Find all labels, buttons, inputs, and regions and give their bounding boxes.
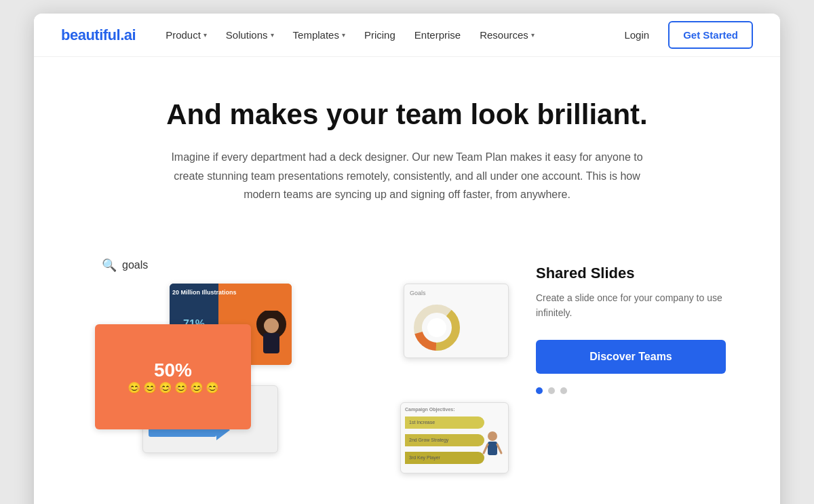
logo-text-part2: .ai [120, 26, 136, 43]
hero-section: And makes your team look brilliant. Imag… [34, 57, 780, 258]
slide-millions-label: 20 Million Illustrations [172, 289, 237, 296]
slide-card-orange: 50% 😊😊😊😊😊😊 [95, 324, 251, 429]
arrow-2: 2nd Grow Strategy [405, 434, 484, 446]
nav-label-product: Product [166, 29, 201, 41]
campaign-person [482, 429, 503, 466]
goals-legend: ■ Target ■ Actual [410, 357, 503, 358]
nav-label-resources: Resources [480, 29, 528, 41]
slides-grid: 71% 20 Million Illustrations [88, 284, 509, 487]
browser-window: beautiful.ai Product ▾ Solutions ▾ Templ… [34, 14, 780, 504]
svg-point-6 [427, 318, 446, 337]
goals-title: Goals [410, 290, 503, 296]
svg-rect-2 [263, 333, 279, 353]
search-query: goals [122, 259, 148, 271]
emoji-row: 😊😊😊😊😊😊 [128, 381, 219, 394]
orange-slide-content: 50% 😊😊😊😊😊😊 [128, 360, 219, 394]
dot-1[interactable] [536, 387, 543, 394]
dot-2[interactable] [548, 387, 555, 394]
nav-label-pricing: Pricing [364, 29, 395, 41]
person-illustration [251, 311, 292, 365]
chevron-down-icon: ▾ [342, 31, 345, 39]
nav-label-solutions: Solutions [226, 29, 268, 41]
nav-item-product[interactable]: Product ▾ [157, 24, 215, 46]
slide-label-text: 20 Million Illustrations [172, 289, 237, 296]
hero-heading: And makes your team look brilliant. [88, 98, 726, 132]
slide-card-campaign: Campaign Objectives: 1st Increase 2nd Gr… [400, 402, 509, 473]
dot-3[interactable] [560, 387, 567, 394]
nav-item-solutions[interactable]: Solutions ▾ [218, 24, 282, 46]
chevron-down-icon: ▾ [204, 31, 207, 39]
person-small-icon [482, 429, 503, 463]
search-icon: 🔍 [102, 258, 117, 273]
hero-subtext: Imagine if every department had a deck d… [170, 148, 644, 203]
slide-card-goals: Goals ■ Target ■ Actual [404, 284, 509, 358]
svg-line-9 [484, 444, 488, 453]
svg-point-1 [264, 318, 279, 333]
nav-right: Login Get Started [616, 21, 753, 49]
chevron-down-icon: ▾ [271, 31, 274, 39]
svg-point-7 [488, 431, 497, 441]
nav-item-templates[interactable]: Templates ▾ [285, 24, 353, 46]
nav-links: Product ▾ Solutions ▾ Templates ▾ Pricin… [157, 24, 616, 46]
svg-rect-8 [488, 442, 497, 455]
donut-chart [410, 301, 464, 355]
arrow-3: 3rd Key Player [405, 452, 484, 464]
nav-item-resources[interactable]: Resources ▾ [471, 24, 543, 46]
login-button[interactable]: Login [616, 24, 657, 46]
orange-stat: 50% [128, 360, 219, 381]
nav-label-enterprise: Enterprise [414, 29, 461, 41]
chevron-down-icon: ▾ [531, 31, 535, 39]
feature-title: Shared Slides [536, 265, 726, 282]
nav-item-pricing[interactable]: Pricing [356, 24, 404, 46]
navbar: beautiful.ai Product ▾ Solutions ▾ Templ… [34, 14, 780, 57]
arrow-1: 1st Increase [405, 416, 484, 429]
logo[interactable]: beautiful.ai [61, 26, 136, 44]
feature-description: Create a slide once for your company to … [536, 290, 726, 321]
svg-line-10 [497, 444, 501, 453]
slides-preview: 🔍 goals 71% [88, 258, 509, 487]
right-panel: Shared Slides Create a slide once for yo… [536, 258, 726, 394]
nav-item-enterprise[interactable]: Enterprise [406, 24, 469, 46]
logo-text-part1: beautiful [61, 26, 120, 43]
carousel-dots [536, 387, 726, 394]
nav-label-templates: Templates [293, 29, 339, 41]
content-area: 🔍 goals 71% [34, 258, 780, 504]
get-started-button[interactable]: Get Started [668, 21, 753, 49]
campaign-title: Campaign Objectives: [405, 407, 504, 412]
search-bar: 🔍 goals [88, 258, 509, 273]
discover-teams-button[interactable]: Discover Teams [536, 340, 726, 374]
